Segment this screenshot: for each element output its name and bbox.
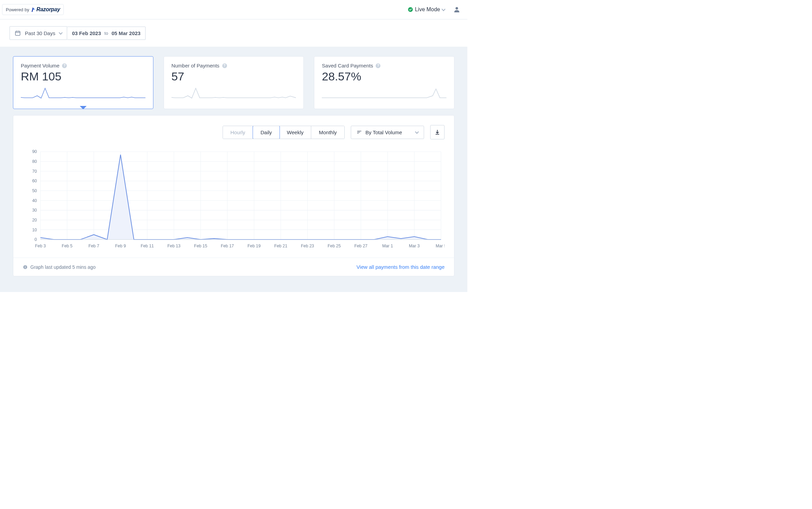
chart-footer: Graph last updated 5 mins ago View all p…	[13, 258, 454, 276]
svg-text:60: 60	[32, 179, 37, 183]
sort-icon	[357, 129, 362, 135]
chart-body: 0102030405060708090Feb 3Feb 5Feb 7Feb 9F…	[13, 142, 454, 258]
svg-text:10: 10	[32, 228, 37, 232]
tab-monthly[interactable]: Monthly	[311, 126, 344, 139]
date-to-label: to	[104, 31, 108, 36]
svg-text:70: 70	[32, 169, 37, 174]
svg-text:Feb 17: Feb 17	[221, 244, 234, 248]
date-end: 05 Mar 2023	[111, 30, 140, 36]
svg-text:0: 0	[34, 237, 37, 242]
svg-text:40: 40	[32, 198, 37, 203]
stat-cards-row: Payment Volume ? RM 105 Number of Paymen…	[13, 56, 454, 109]
download-button[interactable]	[430, 125, 445, 139]
date-range-display[interactable]: 03 Feb 2023 to 05 Mar 2023	[67, 27, 146, 40]
profile-icon[interactable]	[453, 6, 461, 13]
topbar: Powered by Razorpay Live Mode	[0, 0, 467, 19]
svg-text:50: 50	[32, 188, 37, 193]
help-icon[interactable]: ?	[222, 63, 227, 68]
info-icon	[23, 265, 28, 269]
updated-text: Graph last updated 5 mins ago	[30, 264, 95, 270]
help-icon[interactable]: ?	[376, 63, 380, 68]
svg-text:Feb 15: Feb 15	[194, 244, 207, 248]
svg-text:Feb 9: Feb 9	[115, 244, 126, 248]
svg-text:Feb 5: Feb 5	[62, 244, 73, 248]
tab-daily[interactable]: Daily	[253, 126, 280, 139]
sparkline-saved-card	[322, 87, 447, 101]
svg-text:Feb 23: Feb 23	[301, 244, 314, 248]
razorpay-logo: Razorpay	[31, 6, 60, 13]
interval-tab-group: Hourly Daily Weekly Monthly	[223, 126, 345, 139]
card-label: Number of Payments	[171, 63, 220, 68]
powered-by-prefix: Powered by	[6, 7, 29, 12]
card-number-payments[interactable]: Number of Payments ? 57	[164, 56, 304, 109]
svg-text:20: 20	[32, 218, 37, 222]
chevron-down-icon	[415, 130, 419, 134]
date-preset-dropdown[interactable]: Past 30 Days	[10, 26, 67, 40]
date-start: 03 Feb 2023	[72, 30, 101, 36]
chart-card: Hourly Daily Weekly Monthly By Total Vol…	[13, 115, 454, 276]
content-area: Payment Volume ? RM 105 Number of Paymen…	[0, 47, 467, 292]
svg-text:Feb 19: Feb 19	[247, 244, 261, 248]
card-label: Saved Card Payments	[322, 63, 373, 68]
help-icon[interactable]: ?	[62, 63, 67, 68]
chevron-down-icon	[59, 31, 63, 34]
svg-text:90: 90	[32, 149, 37, 154]
svg-text:Feb 11: Feb 11	[141, 244, 154, 248]
sort-dropdown[interactable]: By Total Volume	[351, 126, 424, 139]
svg-text:Mar 5: Mar 5	[436, 244, 445, 248]
sparkline-payment-volume	[21, 87, 146, 101]
svg-text:Feb 7: Feb 7	[88, 244, 99, 248]
svg-text:80: 80	[32, 159, 37, 164]
svg-text:Feb 25: Feb 25	[328, 244, 341, 248]
card-value: 28.57%	[322, 70, 447, 83]
svg-text:Feb 13: Feb 13	[167, 244, 181, 248]
svg-point-1	[455, 7, 458, 10]
card-value: RM 105	[21, 70, 146, 83]
tab-weekly[interactable]: Weekly	[280, 126, 312, 139]
view-all-link[interactable]: View all payments from this date range	[357, 264, 445, 270]
card-payment-volume[interactable]: Payment Volume ? RM 105	[13, 56, 153, 109]
svg-text:Mar 1: Mar 1	[382, 244, 393, 248]
powered-by-badge[interactable]: Powered by Razorpay	[2, 4, 64, 15]
card-saved-card-payments[interactable]: Saved Card Payments ? 28.57%	[314, 56, 454, 109]
date-preset-label: Past 30 Days	[25, 30, 55, 36]
live-mode-toggle[interactable]: Live Mode	[408, 6, 445, 13]
calendar-icon	[15, 30, 21, 36]
svg-rect-2	[15, 31, 20, 35]
sort-label: By Total Volume	[365, 129, 412, 135]
svg-text:30: 30	[32, 208, 37, 213]
payment-volume-chart: 0102030405060708090Feb 3Feb 5Feb 7Feb 9F…	[23, 148, 445, 253]
svg-point-66	[25, 266, 26, 266]
card-value: 57	[171, 70, 296, 83]
sparkline-number-payments	[171, 87, 296, 101]
chevron-down-icon	[441, 7, 445, 11]
date-bar: Past 30 Days 03 Feb 2023 to 05 Mar 2023	[0, 19, 467, 47]
svg-text:Feb 3: Feb 3	[35, 244, 46, 248]
check-circle-icon	[408, 7, 413, 12]
svg-text:Mar 3: Mar 3	[409, 244, 420, 248]
svg-text:Feb 21: Feb 21	[274, 244, 287, 248]
topbar-right: Live Mode	[408, 6, 461, 13]
tab-hourly: Hourly	[223, 126, 253, 139]
card-label: Payment Volume	[21, 63, 59, 68]
svg-text:Feb 27: Feb 27	[354, 244, 367, 248]
live-mode-label: Live Mode	[415, 6, 440, 13]
